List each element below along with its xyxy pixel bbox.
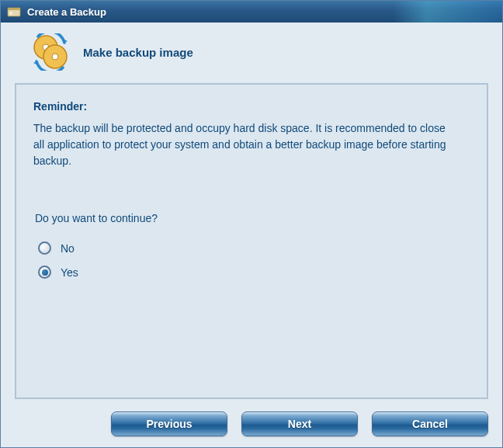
svg-rect-1	[8, 8, 20, 10]
wizard-window: Create a Backup Make backup image Remind…	[0, 0, 503, 448]
reminder-text: The backup will be protected and occupy …	[33, 120, 453, 169]
svg-point-2	[9, 12, 12, 15]
radio-label-no: No	[61, 242, 75, 255]
page-header: Make backup image	[1, 23, 502, 78]
cancel-button[interactable]: Cancel	[372, 412, 488, 436]
radio-option-yes[interactable]: Yes	[33, 266, 473, 279]
continue-question: Do you want to continue?	[33, 212, 473, 224]
radio-label-yes: Yes	[61, 266, 78, 279]
title-bar: Create a Backup	[1, 1, 502, 23]
reminder-label: Reminder:	[33, 100, 473, 113]
radio-icon	[38, 266, 51, 279]
next-button[interactable]: Next	[241, 412, 358, 436]
reminder-panel: Reminder: The backup will be protected a…	[15, 83, 488, 399]
button-bar: Previous Next Cancel	[1, 405, 502, 447]
window-title: Create a Backup	[27, 6, 106, 18]
backup-disc-icon	[32, 33, 69, 71]
content-area: Make backup image Reminder: The backup w…	[1, 23, 502, 447]
radio-icon	[38, 241, 51, 255]
app-icon	[7, 5, 21, 19]
previous-button[interactable]: Previous	[111, 412, 227, 436]
page-heading: Make backup image	[83, 46, 193, 59]
radio-option-no[interactable]: No	[33, 241, 473, 255]
svg-point-6	[52, 54, 58, 60]
